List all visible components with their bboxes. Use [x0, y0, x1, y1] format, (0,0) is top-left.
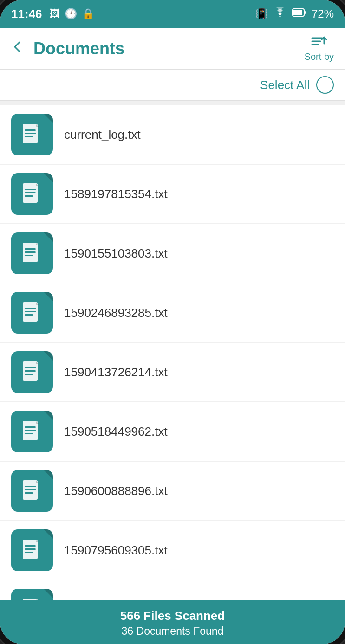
file-icon [11, 411, 53, 452]
file-name: 1590155103803.txt [64, 246, 168, 261]
list-item[interactable]: 1590246893285.txt [0, 283, 345, 342]
sort-label: Sort by [305, 52, 334, 62]
svg-rect-12 [25, 192, 36, 193]
status-bar: 11:46 🖼 🕐 🔒 📳 [0, 0, 345, 28]
svg-rect-38 [23, 599, 38, 600]
svg-rect-1 [293, 10, 302, 15]
bottom-bar: 566 Files Scanned 36 Documents Found [0, 600, 345, 644]
svg-rect-33 [25, 492, 33, 494]
file-name: 1590600888896.txt [64, 484, 168, 498]
svg-rect-24 [25, 370, 36, 372]
wifi-icon [273, 7, 286, 20]
file-icon [11, 173, 53, 215]
svg-rect-27 [25, 426, 36, 428]
svg-rect-8 [25, 133, 36, 134]
svg-rect-36 [25, 548, 36, 550]
file-name: 1590518449962.txt [64, 425, 168, 439]
app-bar: Documents Sort by [0, 28, 345, 70]
file-icon [11, 470, 53, 512]
svg-rect-23 [25, 367, 36, 368]
svg-rect-17 [25, 255, 33, 256]
svg-rect-28 [25, 430, 36, 431]
file-name: 1589197815354.txt [64, 187, 168, 201]
svg-rect-29 [25, 433, 33, 434]
file-icon [11, 589, 53, 600]
file-name: 1590795609305.txt [64, 543, 168, 558]
list-item[interactable]: 1590600888896.txt [0, 462, 345, 520]
sort-button[interactable]: Sort by [305, 35, 334, 62]
svg-rect-37 [25, 552, 33, 553]
select-all-checkbox[interactable] [316, 76, 334, 94]
svg-rect-11 [25, 189, 36, 190]
clock-icon: 🕐 [65, 8, 77, 20]
svg-rect-31 [25, 486, 36, 487]
file-icon [11, 292, 53, 334]
battery-percent: 72% [312, 7, 334, 20]
svg-rect-9 [25, 136, 33, 137]
page-title: Documents [33, 39, 305, 58]
sort-icon [311, 35, 327, 51]
file-icon [11, 232, 53, 274]
file-name: 1590246893285.txt [64, 306, 168, 320]
list-item[interactable]: 1590795609305.txt [0, 521, 345, 580]
list-item[interactable]: 1590155103803.txt [0, 224, 345, 283]
list-item[interactable]: 1589197815354.txt [0, 165, 345, 223]
status-time: 11:46 [11, 7, 42, 21]
file-name: current_log.txt [64, 128, 141, 142]
phone-frame: 11:46 🖼 🕐 🔒 📳 [0, 0, 345, 644]
file-icon [11, 351, 53, 393]
lock-icon: 🔒 [82, 8, 94, 20]
list-item[interactable]: 1590413726214.txt [0, 343, 345, 401]
status-right-icons: 📳 72% [255, 7, 334, 20]
svg-rect-16 [25, 251, 36, 253]
file-list: current_log.txt 1589197815354.txt [0, 101, 345, 600]
svg-rect-7 [25, 129, 36, 131]
list-item[interactable]: 1590518449962.txt [0, 402, 345, 461]
svg-rect-19 [25, 308, 36, 309]
files-scanned-label: 566 Files Scanned [0, 609, 345, 623]
svg-rect-21 [25, 314, 33, 316]
list-item[interactable]: current_log.txt [0, 105, 345, 164]
back-button[interactable] [11, 40, 24, 57]
svg-rect-15 [25, 248, 36, 250]
list-item[interactable]: 1591132522891.txt [0, 580, 345, 600]
svg-rect-13 [25, 195, 33, 197]
svg-rect-32 [25, 489, 36, 490]
vibrate-icon: 📳 [255, 8, 268, 20]
svg-rect-25 [25, 374, 33, 375]
select-all-label: Select All [260, 78, 310, 92]
file-icon [11, 114, 53, 155]
svg-rect-35 [25, 545, 36, 547]
image-icon: 🖼 [50, 8, 60, 20]
battery-icon [292, 8, 306, 20]
file-name: 1590413726214.txt [64, 365, 168, 380]
svg-rect-2 [304, 11, 306, 14]
file-icon [11, 529, 53, 571]
select-all-row: Select All [0, 70, 345, 101]
status-icons: 🖼 🕐 🔒 [50, 8, 94, 20]
documents-found-label: 36 Documents Found [0, 625, 345, 638]
svg-rect-20 [25, 311, 36, 312]
